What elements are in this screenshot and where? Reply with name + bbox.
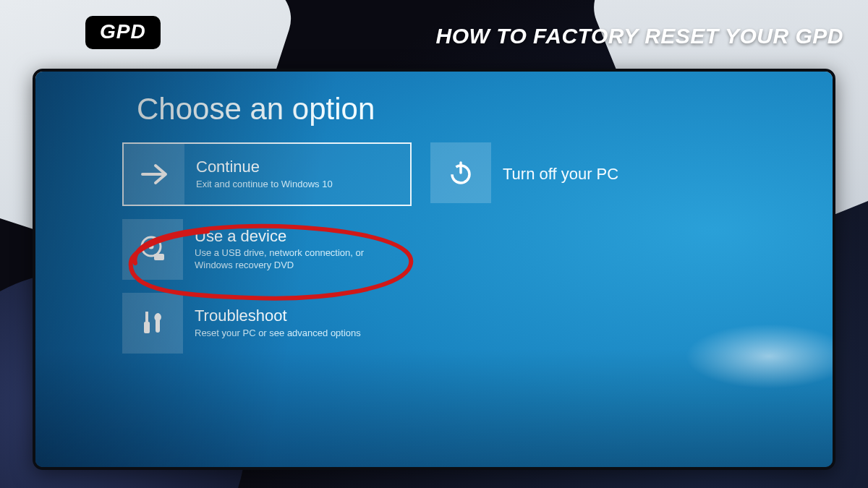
option-use-a-device[interactable]: Use a device Use a USB drive, network co…	[122, 219, 412, 280]
option-desc: Use a USB drive, network connection, or …	[195, 247, 383, 272]
svg-point-3	[149, 244, 154, 249]
windows-recovery-screen: Choose an option Continue Exit and conti…	[35, 72, 833, 467]
screenshot-frame: Choose an option Continue Exit and conti…	[33, 69, 835, 470]
option-title: Use a device	[195, 227, 399, 245]
option-troubleshoot[interactable]: Troubleshoot Reset your PC or see advanc…	[122, 293, 412, 354]
svg-rect-6	[144, 322, 150, 333]
screen-heading: Choose an option	[137, 92, 375, 127]
option-continue[interactable]: Continue Exit and continue to Windows 10	[122, 142, 412, 206]
option-turn-off[interactable]: Turn off your PC	[430, 142, 631, 203]
arrow-right-icon	[124, 144, 184, 205]
power-icon	[430, 142, 491, 203]
disc-icon	[122, 219, 183, 280]
svg-rect-4	[154, 254, 164, 260]
svg-rect-5	[145, 312, 148, 322]
option-title: Continue	[196, 158, 397, 176]
options-list: Continue Exit and continue to Windows 10…	[122, 142, 789, 354]
option-desc: Exit and continue to Windows 10	[196, 179, 384, 191]
option-desc: Reset your PC or see advanced options	[195, 328, 383, 340]
page-title: HOW TO FACTORY RESET YOUR GPD	[436, 24, 843, 48]
option-title: Turn off your PC	[503, 165, 618, 183]
brand-logo: GPD	[85, 16, 161, 49]
tools-icon	[122, 293, 183, 354]
option-title: Troubleshoot	[195, 307, 399, 325]
